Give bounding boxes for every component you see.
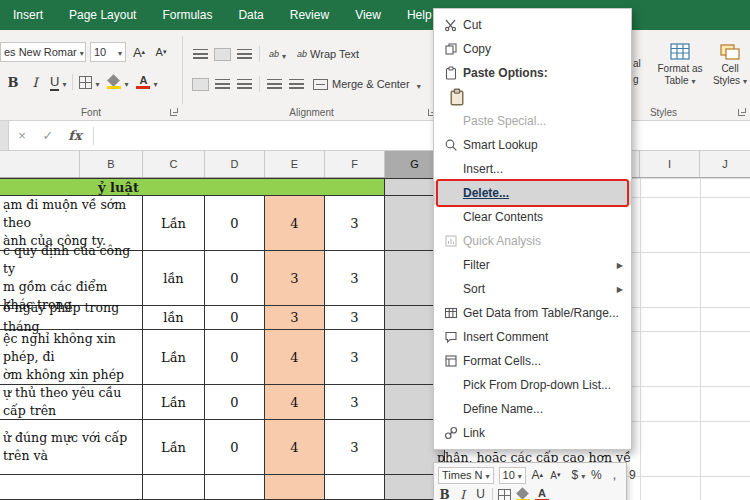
- value-cell[interactable]: 0: [205, 251, 265, 306]
- value-cell[interactable]: 3: [325, 330, 385, 385]
- mini-font-size-select[interactable]: 10: [499, 467, 526, 484]
- desc-cell[interactable]: ử đúng mực với cấp trên và: [0, 420, 143, 475]
- menu-item-insert[interactable]: Insert...: [434, 157, 631, 181]
- enter-icon[interactable]: ✓: [35, 128, 61, 143]
- align-left-icon[interactable]: [193, 79, 208, 90]
- menu-item-format-cells[interactable]: Format Cells...: [434, 349, 631, 373]
- increase-indent-icon[interactable]: [289, 79, 304, 90]
- unit-cell[interactable]: lần: [143, 251, 205, 306]
- menu-item-clear-contents[interactable]: Clear Contents: [434, 205, 631, 229]
- formula-input[interactable]: [98, 121, 750, 150]
- merge-center-button[interactable]: Merge & Center: [311, 74, 423, 94]
- value-cell[interactable]: 0: [205, 196, 265, 251]
- cell-styles-button[interactable]: Cell Styles: [710, 42, 750, 88]
- column-header-d[interactable]: D: [205, 151, 265, 177]
- tab-insert[interactable]: Insert: [0, 0, 56, 30]
- percent-style-button[interactable]: %: [590, 468, 603, 482]
- font-color-icon[interactable]: A: [535, 488, 549, 500]
- menu-item-define-name[interactable]: Define Name...: [434, 397, 631, 421]
- menu-item-insert-comment[interactable]: Insert Comment: [434, 325, 631, 349]
- column-header-a[interactable]: [0, 151, 80, 177]
- unit-cell[interactable]: Lần: [143, 330, 205, 385]
- borders-icon[interactable]: [498, 489, 511, 500]
- unit-cell[interactable]: [143, 475, 205, 500]
- column-header-e[interactable]: E: [265, 151, 325, 177]
- font-color-button[interactable]: A: [134, 72, 159, 92]
- value-cell[interactable]: 0: [205, 420, 265, 475]
- align-right-icon[interactable]: [237, 79, 252, 90]
- value-cell[interactable]: 4: [265, 420, 325, 475]
- shrink-font-button[interactable]: A▾: [152, 42, 170, 62]
- tab-page-layout[interactable]: Page Layout: [56, 0, 149, 30]
- menu-item-pick-from-dropdown[interactable]: Pick From Drop-down List...: [434, 373, 631, 397]
- value-cell[interactable]: 3: [325, 251, 385, 306]
- menu-item-filter[interactable]: Filter ▶: [434, 253, 631, 277]
- font-size-select[interactable]: 10: [90, 42, 126, 62]
- value-cell[interactable]: 3: [265, 251, 325, 306]
- underline-button[interactable]: U: [474, 487, 487, 500]
- underline-button[interactable]: U: [48, 72, 68, 92]
- accounting-format-button[interactable]: $: [572, 468, 585, 482]
- desc-cell[interactable]: ố ngày phép trong tháng: [0, 306, 143, 330]
- fill-color-icon[interactable]: [516, 488, 530, 500]
- value-cell[interactable]: [205, 475, 265, 500]
- column-header-j[interactable]: J: [700, 151, 750, 177]
- desc-cell[interactable]: c quy định của công tym gồm các điểm khá…: [0, 251, 143, 306]
- desc-cell[interactable]: [0, 475, 143, 500]
- value-cell[interactable]: 3: [265, 306, 325, 330]
- column-header-f[interactable]: F: [325, 151, 385, 177]
- value-cell[interactable]: 4: [265, 385, 325, 420]
- section-header-row[interactable]: ỷ luật: [0, 178, 445, 196]
- unit-cell[interactable]: Lần: [143, 385, 205, 420]
- italic-button[interactable]: I: [26, 72, 44, 92]
- value-cell[interactable]: 3: [325, 196, 385, 251]
- align-center-icon[interactable]: [215, 79, 230, 90]
- value-cell[interactable]: 0: [205, 330, 265, 385]
- unit-cell[interactable]: Lần: [143, 196, 205, 251]
- shrink-font-button[interactable]: A▾: [549, 470, 562, 481]
- column-header-i[interactable]: I: [640, 151, 700, 177]
- middle-align-icon[interactable]: [215, 49, 230, 60]
- grow-font-button[interactable]: A▴: [531, 468, 544, 482]
- insert-function-icon[interactable]: fx: [61, 128, 89, 143]
- menu-item-smart-lookup[interactable]: Smart Lookup: [434, 133, 631, 157]
- menu-item-delete[interactable]: Delete...: [434, 181, 631, 205]
- bold-button[interactable]: B: [438, 488, 451, 500]
- bold-button[interactable]: B: [4, 72, 22, 92]
- decimal-button[interactable]: 9: [626, 468, 639, 482]
- tab-data[interactable]: Data: [225, 0, 276, 30]
- tab-formulas[interactable]: Formulas: [149, 0, 225, 30]
- menu-item-paste-option-button[interactable]: [434, 85, 631, 109]
- menu-item-copy[interactable]: Copy: [434, 37, 631, 61]
- font-name-select[interactable]: es New Romar: [0, 42, 86, 62]
- value-cell[interactable]: 3: [325, 306, 385, 330]
- desc-cell[interactable]: ự thủ theo yêu cầu cấp trên: [0, 385, 143, 420]
- value-cell[interactable]: 3: [325, 385, 385, 420]
- value-cell[interactable]: 4: [265, 196, 325, 251]
- value-cell[interactable]: [325, 475, 385, 500]
- orientation-button[interactable]: ab: [267, 44, 288, 64]
- tab-view[interactable]: View: [342, 0, 394, 30]
- top-align-icon[interactable]: [193, 49, 208, 60]
- conditional-formatting-button[interactable]: al g: [633, 56, 641, 88]
- value-cell[interactable]: [265, 475, 325, 500]
- menu-item-get-data[interactable]: Get Data from Table/Range...: [434, 301, 631, 325]
- tab-review[interactable]: Review: [277, 0, 342, 30]
- value-cell[interactable]: 3: [325, 420, 385, 475]
- value-cell[interactable]: 0: [205, 385, 265, 420]
- styles-dialog-launcher-icon[interactable]: [738, 107, 747, 116]
- decrease-indent-icon[interactable]: [267, 79, 282, 90]
- italic-button[interactable]: I: [456, 488, 469, 500]
- name-box[interactable]: [0, 121, 9, 150]
- unit-cell[interactable]: Lần: [143, 420, 205, 475]
- column-header-c[interactable]: C: [143, 151, 205, 177]
- value-cell[interactable]: 4: [265, 330, 325, 385]
- unit-cell[interactable]: lần: [143, 306, 205, 330]
- grow-font-button[interactable]: A▴: [130, 42, 148, 62]
- menu-item-link[interactable]: Link: [434, 421, 631, 445]
- mini-font-name-select[interactable]: Times N: [438, 467, 494, 484]
- comma-style-button[interactable]: ,: [608, 468, 621, 482]
- desc-cell[interactable]: ệc nghỉ không xin phép, điờm không xin p…: [0, 330, 143, 385]
- wrap-text-button[interactable]: ab Wrap Text: [295, 44, 361, 64]
- bottom-align-icon[interactable]: [237, 49, 252, 60]
